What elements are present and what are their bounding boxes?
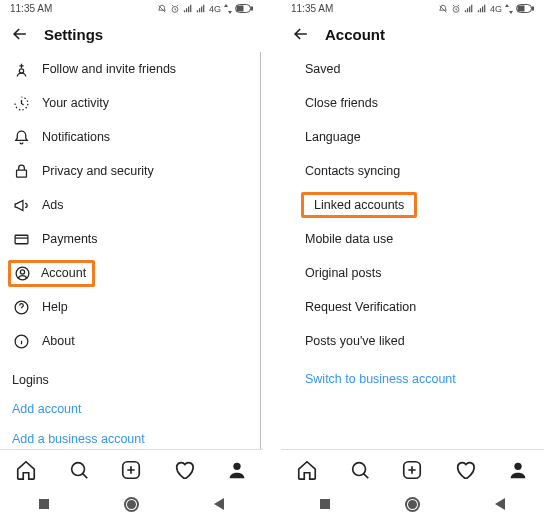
svg-rect-17 [518,6,524,11]
bell-icon [12,129,30,146]
item-label: Your activity [42,96,109,110]
item-activity[interactable]: Your activity [12,86,263,120]
svg-point-11 [72,462,85,475]
status-bar: 11:35 AM 4G [281,0,544,16]
recent-apps-button[interactable] [320,499,330,509]
link-add-account[interactable]: Add account [12,394,263,424]
home-icon[interactable] [15,459,37,481]
item-about[interactable]: About [12,324,263,358]
item-label: Contacts syncing [305,164,400,178]
header: Account [281,16,544,52]
status-right: 4G [157,4,253,14]
item-label: Language [305,130,361,144]
item-mobile-data[interactable]: Mobile data use [293,222,544,256]
help-icon [12,299,30,316]
add-post-icon[interactable] [401,459,423,481]
search-icon[interactable] [68,459,90,481]
item-label: Linked accounts [314,198,404,212]
settings-list: Follow and invite friends Your activity … [0,52,263,449]
signal-icon [196,4,206,14]
account-list: Saved Close friends Language Contacts sy… [293,52,544,449]
profile-icon[interactable] [226,459,248,481]
heart-icon[interactable] [454,459,476,481]
svg-point-8 [20,269,24,273]
signal-icon [183,4,193,14]
status-time: 11:35 AM [10,3,52,14]
item-label: Follow and invite friends [42,62,176,76]
account-screen: 11:35 AM 4G Account Saved Close friends … [281,0,544,519]
item-label: Ads [42,198,64,212]
item-privacy[interactable]: Privacy and security [12,154,263,188]
link-add-business[interactable]: Add a business account [12,424,263,449]
info-icon [12,333,30,350]
highlight-linked-accounts: Linked accounts [301,192,417,218]
back-arrow-icon[interactable] [291,24,311,44]
item-label: Original posts [305,266,381,280]
svg-rect-5 [16,170,26,177]
clock-icon [12,95,30,112]
settings-screen: 11:35 AM 4G Settings Follow and invite f… [0,0,263,519]
updown-icon [224,4,232,14]
search-icon[interactable] [349,459,371,481]
network-label: 4G [490,4,502,14]
status-bar: 11:35 AM 4G [0,0,263,16]
recent-apps-button[interactable] [39,499,49,509]
heart-icon[interactable] [173,459,195,481]
link-switch-business[interactable]: Switch to business account [293,364,544,394]
item-posts-liked[interactable]: Posts you've liked [293,324,544,358]
item-notifications[interactable]: Notifications [12,120,263,154]
item-close-friends[interactable]: Close friends [293,86,544,120]
card-icon [12,231,30,248]
item-label: Help [42,300,68,314]
system-nav [0,489,263,519]
page-title: Account [325,26,385,43]
back-arrow-icon[interactable] [10,24,30,44]
item-request-verification[interactable]: Request Verification [293,290,544,324]
item-label: Saved [305,62,340,76]
alarm-icon [170,4,180,14]
item-help[interactable]: Help [12,290,263,324]
svg-point-13 [233,462,240,469]
svg-rect-16 [532,7,534,10]
item-label: Mobile data use [305,232,393,246]
item-label: Close friends [305,96,378,110]
item-linked-accounts[interactable]: Linked accounts [293,188,544,222]
status-time: 11:35 AM [291,3,333,14]
item-follow-invite[interactable]: Follow and invite friends [12,52,263,86]
add-user-icon [12,61,30,78]
item-label: Account [41,266,86,280]
add-post-icon[interactable] [120,459,142,481]
item-payments[interactable]: Payments [12,222,263,256]
home-icon[interactable] [296,459,318,481]
item-saved[interactable]: Saved [293,52,544,86]
svg-point-20 [514,462,521,469]
item-ads[interactable]: Ads [12,188,263,222]
back-button[interactable] [495,498,505,510]
highlight-account: Account [8,260,95,287]
updown-icon [505,4,513,14]
item-account[interactable]: Account [12,256,263,290]
item-label: Notifications [42,130,110,144]
item-label: Privacy and security [42,164,154,178]
item-original-posts[interactable]: Original posts [293,256,544,290]
status-right: 4G [438,4,534,14]
home-button[interactable] [126,499,137,510]
profile-icon[interactable] [507,459,529,481]
svg-rect-2 [251,7,253,10]
item-label: About [42,334,75,348]
svg-point-18 [353,462,366,475]
megaphone-icon [12,197,30,214]
section-logins: Logins [12,366,263,394]
home-button[interactable] [407,499,418,510]
system-nav [281,489,544,519]
page-title: Settings [44,26,103,43]
svg-rect-3 [237,6,243,11]
dnd-icon [157,4,167,14]
item-language[interactable]: Language [293,120,544,154]
item-label: Request Verification [305,300,416,314]
header: Settings [0,16,263,52]
item-contacts-syncing[interactable]: Contacts syncing [293,154,544,188]
back-button[interactable] [214,498,224,510]
signal-icon [477,4,487,14]
battery-icon [516,4,534,13]
